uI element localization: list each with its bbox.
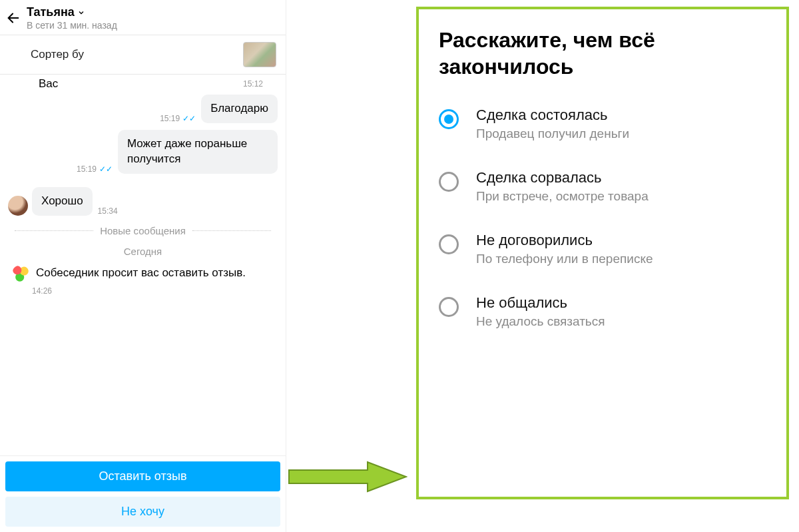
prev-message-text: Вас bbox=[39, 77, 58, 91]
prev-message-time: 15:12 bbox=[243, 79, 263, 89]
flow-arrow-icon bbox=[288, 461, 407, 493]
action-bar: Оставить отзыв Не хочу bbox=[0, 455, 286, 532]
system-time: 14:26 bbox=[8, 286, 278, 296]
option-subtitle: При встрече, осмотре товара bbox=[476, 189, 649, 204]
message-bubble: Благодарю bbox=[201, 95, 278, 123]
chat-header: Татьяна В сети 31 мин. назад bbox=[0, 0, 286, 35]
message-row: 15:19✓✓ Благодарю bbox=[8, 95, 278, 123]
listing-row[interactable]: Сортер бу bbox=[0, 35, 286, 75]
survey-option-deal-done[interactable]: Сделка состоялась Продавец получил деньг… bbox=[439, 107, 766, 141]
survey-option-deal-failed[interactable]: Сделка сорвалась При встрече, осмотре то… bbox=[439, 169, 766, 204]
decline-button[interactable]: Не хочу bbox=[5, 497, 280, 527]
contact-name-text: Татьяна bbox=[27, 5, 75, 19]
back-arrow-icon[interactable] bbox=[4, 9, 23, 27]
survey-option-no-agreement[interactable]: Не договорились По телефону или в перепи… bbox=[439, 232, 766, 266]
radio-icon[interactable] bbox=[439, 109, 459, 129]
read-ticks-icon: ✓✓ bbox=[99, 164, 113, 174]
radio-icon[interactable] bbox=[439, 297, 459, 317]
new-messages-divider: Новые сообщения bbox=[8, 225, 278, 236]
option-title: Не общались bbox=[476, 294, 605, 312]
prev-message-tail: Вас 15:12 bbox=[8, 75, 278, 91]
radio-icon[interactable] bbox=[439, 234, 459, 254]
system-message: Собеседник просит вас оставить отзыв. bbox=[8, 265, 278, 282]
survey-option-no-contact[interactable]: Не общались Не удалось связаться bbox=[439, 294, 766, 329]
option-title: Не договорились bbox=[476, 232, 653, 249]
option-title: Сделка сорвалась bbox=[476, 169, 649, 186]
message-bubble: Может даже пораньше получится bbox=[118, 130, 278, 174]
system-text: Собеседник просит вас оставить отзыв. bbox=[36, 265, 246, 282]
contact-name[interactable]: Татьяна bbox=[27, 5, 117, 19]
chevron-down-icon bbox=[77, 9, 85, 17]
option-title: Сделка состоялась bbox=[476, 107, 629, 124]
message-time: 15:19✓✓ bbox=[160, 114, 196, 123]
system-icon bbox=[12, 265, 29, 282]
avatar[interactable] bbox=[8, 196, 28, 216]
option-subtitle: Продавец получил деньги bbox=[476, 127, 629, 141]
chat-panel: Татьяна В сети 31 мин. назад Сортер бу В… bbox=[0, 0, 286, 532]
survey-title: Расскажите, чем всё закончилось bbox=[439, 27, 766, 80]
message-row: 15:19✓✓ Может даже пораньше получится bbox=[8, 130, 278, 174]
svg-marker-1 bbox=[289, 462, 406, 491]
listing-title: Сортер бу bbox=[31, 48, 84, 61]
day-label: Сегодня bbox=[8, 246, 278, 257]
message-time: 15:19✓✓ bbox=[77, 164, 113, 174]
leave-review-button[interactable]: Оставить отзыв bbox=[5, 461, 280, 491]
read-ticks-icon: ✓✓ bbox=[182, 114, 196, 123]
survey-panel: Расскажите, чем всё закончилось Сделка с… bbox=[416, 7, 789, 499]
option-subtitle: По телефону или в переписке bbox=[476, 252, 653, 266]
listing-thumbnail bbox=[243, 42, 276, 67]
messages-area: Вас 15:12 15:19✓✓ Благодарю 15:19✓✓ Може… bbox=[0, 75, 286, 455]
message-time: 15:34 bbox=[98, 206, 118, 216]
message-bubble: Хорошо bbox=[32, 187, 93, 216]
message-row: Хорошо 15:34 bbox=[8, 187, 278, 216]
option-subtitle: Не удалось связаться bbox=[476, 314, 605, 329]
last-seen: В сети 31 мин. назад bbox=[27, 20, 117, 31]
radio-icon[interactable] bbox=[439, 172, 459, 192]
